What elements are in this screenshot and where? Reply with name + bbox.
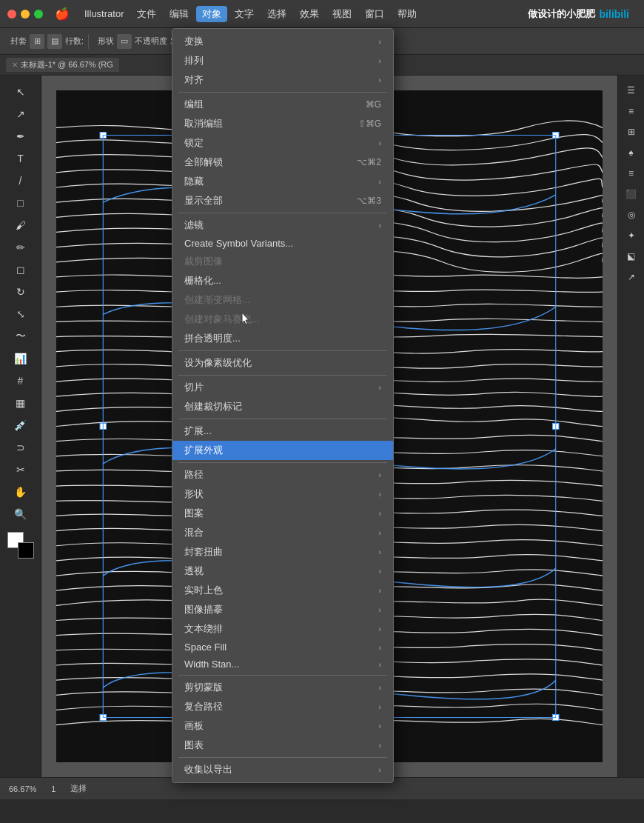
libraries-icon[interactable]: ⊞ [623,123,640,141]
pencil-tool[interactable]: ✏ [10,237,31,258]
menu-illustrator[interactable]: Illustrator [78,7,130,21]
select-tool[interactable]: ↖ [10,81,31,102]
menu-item-label: 栅格化... [184,274,221,287]
type-tool[interactable]: T [10,148,31,169]
menu-item-tuan[interactable]: 图案 › [172,504,393,523]
align-panel-icon[interactable]: ⬕ [623,247,640,265]
menu-edit[interactable]: 编辑 [164,6,195,22]
submenu-arrow: › [378,567,381,576]
menu-item-image-trace[interactable]: 图像描摹 › [172,600,393,619]
gradient-tool[interactable]: ▦ [10,393,31,413]
submenu-arrow: › [378,605,381,614]
menu-item-hunhe[interactable]: 混合 › [172,523,393,542]
hand-tool[interactable]: ✋ [10,482,31,502]
color-swatch[interactable] [7,532,34,559]
menu-item-label: 排列 [184,54,204,67]
rotate-tool[interactable]: ↻ [10,281,31,302]
menu-help[interactable]: 帮助 [392,6,423,22]
submenu-arrow: › [378,660,381,669]
fullscreen-button[interactable] [34,10,43,19]
menu-item-shagehua[interactable]: 栅格化... [172,271,393,290]
menu-text[interactable]: 文字 [229,6,260,22]
menu-item-xianshi-quanbu[interactable]: 显示全部 ⌥⌘3 [172,191,393,210]
menu-item-wenben-raopai[interactable]: 文本绕排 › [172,619,393,639]
graphic-styles-icon[interactable]: ◎ [623,206,640,224]
menu-view[interactable]: 视图 [326,6,358,22]
brushes-icon[interactable]: ≡ [623,164,640,182]
menu-item-suoding[interactable]: 锁定 › [172,133,393,153]
submenu-arrow: › [378,643,381,652]
stroke-color[interactable] [18,542,34,559]
menu-item-shishi-shangs[interactable]: 实时上色 › [172,581,393,600]
menu-item-pailie[interactable]: 排列 › [172,51,393,70]
direct-select-tool[interactable]: ↗ [10,104,31,124]
menu-item-pinhe-touming[interactable]: 拼合透明度... [172,329,393,348]
menu-effect[interactable]: 效果 [294,6,325,22]
menu-item-bianhuan[interactable]: 变换 › [172,32,393,51]
rect-tool[interactable]: □ [10,193,31,213]
menu-item-collect-export[interactable]: 收集以导出 › [172,760,393,779]
shortcut: ⌘G [366,99,381,110]
menu-item-quanbu-jiesuo[interactable]: 全部解锁 ⌥⌘2 [172,153,393,172]
appearance-icon[interactable]: ✦ [623,227,640,244]
menu-item-huaban[interactable]: 画板 › [172,716,393,736]
menu-item-create-slice[interactable]: 创建裁切标记 [172,397,393,416]
line-tool[interactable]: / [10,170,31,191]
layers-icon[interactable]: ☰ [623,81,640,99]
menu-item-lujing[interactable]: 路径 › [172,465,393,484]
shortcut: ⇧⌘G [358,119,381,129]
menu-item-expand-appearance[interactable]: 扩展外观 [172,441,393,460]
menu-item-fengao-niuqu[interactable]: 封套扭曲 › [172,542,393,562]
menu-item-fuhe-lujing[interactable]: 复合路径 › [172,697,393,716]
columns-icon[interactable]: ▤ [47,34,62,49]
scissors-tool[interactable]: ✂ [10,459,31,480]
paintbrush-tool[interactable]: 🖌 [10,215,31,236]
menu-item-yincang[interactable]: 隐藏 › [172,172,393,191]
warp-tool[interactable]: 〜 [10,326,31,347]
menu-item-width-stan[interactable]: Width Stan... › [172,656,393,673]
menu-item-label: 混合 [184,526,204,539]
menu-item-pixel-optimize[interactable]: 设为像素级优化 [172,353,393,373]
menu-item-duiqi[interactable]: 对齐 › [172,70,393,90]
menu-item-expand[interactable]: 扩展... [172,422,393,441]
menu-divider-7 [178,675,387,676]
menu-item-tubiao[interactable]: 图表 › [172,736,393,755]
properties-icon[interactable]: ≡ [623,102,640,120]
transform-panel-icon[interactable]: ↗ [623,268,640,286]
status-text: 选择 [70,783,87,794]
menu-item-space-fill[interactable]: Space Fill › [172,639,393,656]
eraser-tool[interactable]: ◻ [10,259,31,280]
menu-window[interactable]: 窗口 [359,6,390,22]
tab-document[interactable]: ✕ 未标题-1* @ 66.67% (RG [6,58,119,72]
scale-tool[interactable]: ⤡ [10,304,31,324]
toolbar-shape-icon[interactable]: ▭ [117,34,132,49]
menu-item-quxiao-bianzu[interactable]: 取消编组 ⇧⌘G [172,114,393,133]
zoom-tool[interactable]: 🔍 [10,504,31,524]
symbols-icon[interactable]: ♠ [623,144,640,161]
graph-tool[interactable]: 📊 [10,348,31,369]
menu-item-lvjing[interactable]: 滤镜 › [172,216,393,235]
menu-select[interactable]: 选择 [261,6,292,22]
menu-item-label: Space Fill [184,642,227,653]
menu-item-create-symbol[interactable]: Create Symbol Variants... [172,235,393,252]
menu-item-jianqie-mengban[interactable]: 剪切蒙版 › [172,678,393,697]
mesh-tool[interactable]: # [10,370,31,391]
eyedropper-tool[interactable]: 💉 [10,415,31,436]
menu-bar: Illustrator 文件 编辑 对象 文字 选择 效果 视图 窗口 帮助 [78,6,522,22]
submenu-arrow: › [378,702,381,711]
menu-item-qiepian[interactable]: 切片 › [172,378,393,397]
menu-item-xingzhuang[interactable]: 形状 › [172,484,393,504]
menu-divider-4 [178,375,387,376]
pen-tool[interactable]: ✒ [10,126,31,147]
blend-tool[interactable]: ⊃ [10,437,31,458]
menu-item-bianzu[interactable]: 编组 ⌘G [172,95,393,114]
menu-object[interactable]: 对象 [196,6,227,22]
object-menu-dropdown[interactable]: 变换 › 排列 › 对齐 › 编组 ⌘G 取消编组 ⇧⌘G 锁定 › 全部解锁 … [172,28,394,783]
menu-item-toushi[interactable]: 透视 › [172,562,393,581]
minimize-button[interactable] [21,10,30,19]
menu-file[interactable]: 文件 [131,6,162,22]
grid-icon[interactable]: ⊞ [30,34,44,49]
close-button[interactable] [7,10,16,19]
swatches-icon[interactable]: ⬛ [623,185,640,203]
tab-close-icon[interactable]: ✕ [12,61,18,69]
